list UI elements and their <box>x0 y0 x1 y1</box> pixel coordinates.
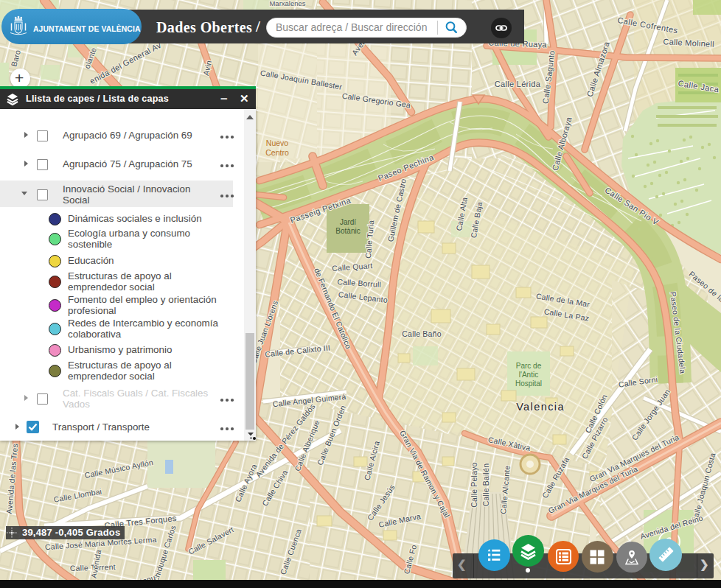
svg-text:Botànic: Botànic <box>335 227 360 235</box>
svg-text:Calle Pelayo: Calle Pelayo <box>470 462 478 507</box>
svg-text:Centro: Centro <box>265 148 289 157</box>
svg-text:l'Antic: l'Antic <box>519 371 538 379</box>
svg-text:Calle Baño: Calle Baño <box>402 329 441 338</box>
svg-text:Jardí: Jardí <box>340 218 356 226</box>
svg-text:Marxalenes: Marxalenes <box>269 0 305 7</box>
svg-text:Valencia: Valencia <box>516 401 565 413</box>
svg-text:Parc de: Parc de <box>516 362 542 370</box>
svg-text:Calle Lérida: Calle Lérida <box>495 80 541 88</box>
svg-text:Nuevo: Nuevo <box>266 139 289 147</box>
svg-text:Calle Bailén: Calle Bailén <box>481 463 490 506</box>
svg-text:Hospital: Hospital <box>515 379 542 388</box>
